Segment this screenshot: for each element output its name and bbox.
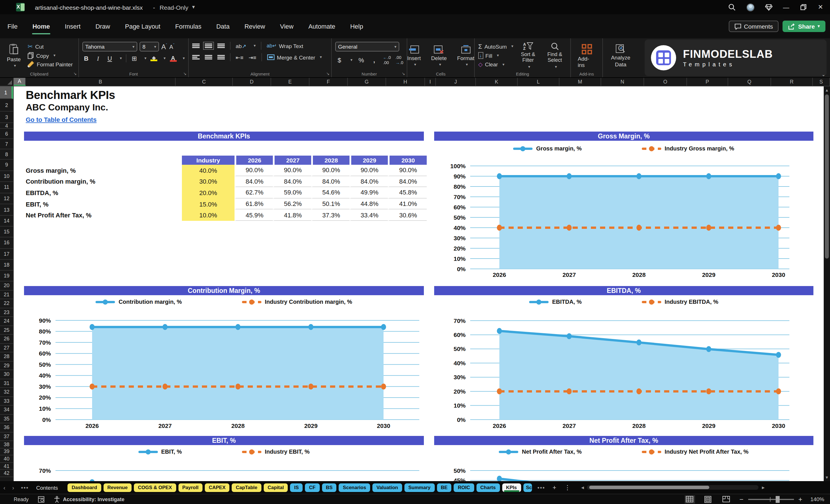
column-header-D[interactable]: D [233,78,271,86]
column-header-E[interactable]: E [271,78,310,86]
alignment-dialog-launcher[interactable]: ↘ [326,71,329,76]
column-header-G[interactable]: G [348,78,386,86]
menu-tab-review[interactable]: Review [237,20,273,33]
sheet-tab-be[interactable]: BE [437,483,452,492]
tabs-scroll-right-icon[interactable]: › [9,484,18,491]
row-header-22[interactable]: 22 [0,299,13,308]
chart-gross-margin[interactable]: Gross Margin, %Gross margin, %Industry G… [434,132,813,280]
shrink-font-button[interactable]: Aˇ [169,43,174,50]
row-header-42[interactable]: 42 [0,470,13,477]
column-header-C[interactable]: C [175,78,233,86]
chart-ebitda[interactable]: EBITDA, %EBITDA, %Industry EBITDA, %70%6… [434,286,813,432]
align-top-button[interactable] [192,44,200,48]
horizontal-scrollbar[interactable]: ◄ ► [580,485,768,490]
status-accessibility[interactable]: Accessibility: Investigate [63,496,124,502]
sheet-tab-cogs-opex[interactable]: COGS & OPEX [134,483,176,492]
row-header-1[interactable]: 1 [0,86,13,99]
align-bottom-button[interactable] [217,44,225,48]
italic-button[interactable]: I [94,55,102,62]
clipboard-dialog-launcher[interactable]: ↘ [73,71,77,76]
sheet-tab-bs[interactable]: BS [322,483,337,492]
menu-tab-automate[interactable]: Automate [301,20,343,33]
row-header-23[interactable]: 23 [0,308,13,317]
macro-record-icon[interactable] [38,496,44,503]
delete-cells-button[interactable]: Delete▾ [427,41,450,70]
hscroll-right-icon[interactable]: ► [761,485,766,490]
column-header-J[interactable]: J [436,78,476,86]
zoom-out-button[interactable]: − [739,495,743,503]
sheet-tab-captable[interactable]: CapTable [232,483,261,492]
row-header-30[interactable]: 30 [0,370,13,379]
fill-button[interactable]: ↓Fill▾ [478,52,513,59]
menu-tab-draw[interactable]: Draw [88,20,118,33]
row-header-34[interactable]: 34 [0,406,13,414]
sheet-tab-contents[interactable]: Contents [32,483,62,492]
menu-tab-view[interactable]: View [273,20,301,33]
column-header-A[interactable]: A [14,78,26,86]
row-header-13[interactable]: 13 [0,204,13,216]
row-header-21[interactable]: 21 [0,290,13,299]
page-break-view-button[interactable] [721,495,731,503]
select-all-corner[interactable] [0,78,14,86]
tabs-overflow-icon[interactable]: ••• [534,484,549,491]
number-format-select[interactable]: General▾ [335,42,399,52]
row-header-26[interactable]: 26 [0,335,13,344]
column-header-I[interactable]: I [425,78,436,86]
font-size-select[interactable]: 8▾ [139,42,159,52]
cut-button[interactable]: ✂Cut [28,43,73,50]
row-header-8[interactable]: 8 [0,149,13,160]
sheet-tab-sc[interactable]: Sc [523,483,532,492]
sheet-tab-revenue[interactable]: Revenue [103,483,132,492]
page-layout-view-button[interactable] [703,495,713,503]
table-of-contents-link[interactable]: Go to Table of Contents [26,116,97,123]
row-header-9[interactable]: 9 [0,160,13,171]
row-header-27[interactable]: 27 [0,344,13,352]
accessibility-icon[interactable] [54,496,60,503]
sheet-tab-cf[interactable]: CF [305,483,320,492]
zoom-slider-thumb[interactable] [775,496,779,503]
sheet-tab-summary[interactable]: Summary [405,483,435,492]
premium-diamond-icon[interactable] [764,3,773,12]
number-dialog-launcher[interactable]: ↘ [402,71,405,76]
sheet-tab-roic[interactable]: ROIC [454,483,474,492]
column-headers[interactable]: ABCDEFGHIJKLMNOPQRS [0,78,830,86]
menu-tab-data[interactable]: Data [209,20,237,33]
sheet-tab-capex[interactable]: CAPEX [205,483,230,492]
row-header-38[interactable]: 38 [0,441,13,448]
row-header-15[interactable]: 15 [0,226,13,238]
chart-ebit[interactable]: EBIT, %EBIT, %Industry EBIT, %70%60% [24,436,424,481]
column-header-F[interactable]: F [310,78,348,86]
row-header-7[interactable]: 7 [0,139,13,149]
row-header-24[interactable]: 24 [0,317,13,326]
font-color-button[interactable]: A [169,55,177,62]
row-header-17[interactable]: 17 [0,249,13,259]
tabs-more-left-icon[interactable]: ••• [18,484,32,491]
format-cells-button[interactable]: Format▾ [454,41,478,70]
sheet-tab-dashboard[interactable]: Dashboard [67,483,101,492]
currency-button[interactable]: $ [335,57,344,63]
font-family-select[interactable]: Tahoma▾ [83,42,137,52]
sheet-canvas[interactable]: Benchmark KPIs ABC Company Inc. Go to Ta… [14,86,824,481]
increase-decimal-button[interactable]: ←.0.00 [383,55,391,65]
row-header-28[interactable]: 28 [0,352,13,361]
menu-tab-formulas[interactable]: Formulas [168,20,209,33]
sheet-tab-charts[interactable]: Charts [476,483,500,492]
menu-tab-file[interactable]: File [0,20,25,33]
borders-button[interactable]: ⊞ [130,55,138,62]
close-button[interactable]: ✕ [818,3,823,11]
align-left-button[interactable] [192,55,200,60]
readonly-badge[interactable]: Read-Only [160,4,188,10]
column-header-R[interactable]: R [771,78,813,86]
row-header-10[interactable]: 10 [0,171,13,182]
zoom-level[interactable]: 140% [810,496,824,502]
row-header-19[interactable]: 19 [0,271,13,281]
hscroll-left-icon[interactable]: ◄ [580,485,585,490]
row-header-14[interactable]: 14 [0,216,13,226]
zoom-slider[interactable] [748,499,794,500]
autosum-button[interactable]: ΣAutoSum▾ [478,43,513,50]
row-header-11[interactable]: 11 [0,182,13,193]
menu-tab-insert[interactable]: Insert [58,20,88,33]
row-header-6[interactable]: 6 [0,129,13,139]
paste-button[interactable]: Paste▾ [3,41,24,70]
column-header-O[interactable]: O [644,78,687,86]
